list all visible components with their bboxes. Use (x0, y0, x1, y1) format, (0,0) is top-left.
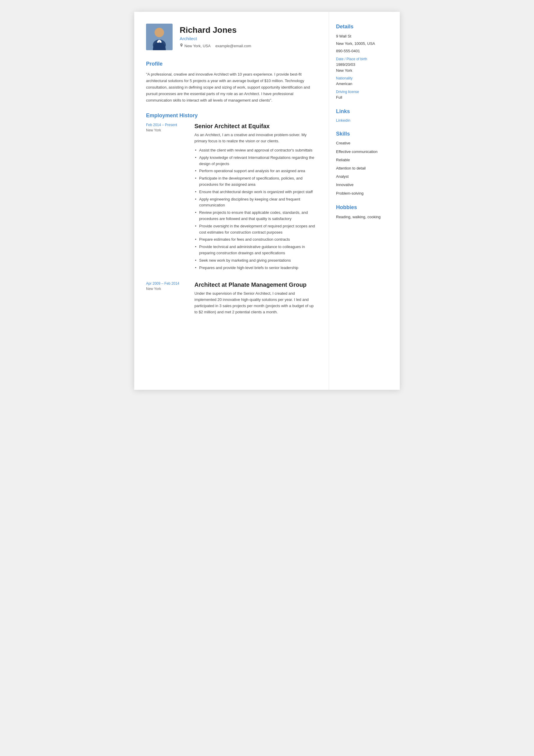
employment-section: Employment History Feb 2014 – Present Ne… (146, 113, 317, 318)
emp-bullets-1: Assist the client with review and approv… (194, 148, 317, 271)
dob-label: Date / Place of birth (336, 57, 393, 61)
main-column: Richard Jones Architect New York, USA ex… (134, 12, 329, 390)
bullet-item: Apply engineering disciplines by keeping… (194, 196, 317, 209)
hobbies-title: Hobbies (336, 204, 393, 210)
bullet-item: Prepares and provide high-level briefs t… (194, 265, 317, 271)
links-section: Links Linkedin (336, 108, 393, 122)
skill-attention-to-detail: Attention to detail (336, 166, 393, 171)
avatar (146, 24, 173, 50)
resume-document: Richard Jones Architect New York, USA ex… (134, 12, 400, 390)
candidate-title: Architect (180, 36, 251, 41)
links-title: Links (336, 108, 393, 115)
skill-innovative: Innovative (336, 182, 393, 188)
bullet-item: Apply knowledge of relevant Internationa… (194, 155, 317, 167)
address-line2: New York, 10005, USA (336, 41, 393, 47)
profile-section: Profile "A professional, creative and in… (146, 61, 317, 104)
hobbies-text: Reading, walking, cooking (336, 214, 393, 220)
bullet-item: Assist the client with review and approv… (194, 148, 317, 153)
skill-reliable: Reliable (336, 157, 393, 163)
skill-analyst: Analyst (336, 174, 393, 179)
bullet-item: Prepare estimates for fees and construct… (194, 236, 317, 243)
skill-creative: Creative (336, 141, 393, 146)
skills-title: Skills (336, 131, 393, 137)
profile-text: "A professional, creative and innovative… (146, 71, 317, 104)
emp-content-2: Architect at Planate Management Group Un… (194, 282, 317, 318)
bullet-item: Participate in the development of specif… (194, 176, 317, 188)
bullet-item: Ensure that architectural design work is… (194, 189, 317, 195)
skills-section: Skills Creative Effective communication … (336, 131, 393, 196)
bullet-item: Perform operational support and analysis… (194, 168, 317, 174)
emp-description-1: As an Architect, I am a creative and inn… (194, 132, 317, 145)
emp-location-1: New York (146, 128, 187, 132)
profile-title: Profile (146, 61, 317, 67)
email-text: example@email.com (216, 44, 251, 48)
employment-title: Employment History (146, 113, 317, 119)
license-label: Driving license (336, 90, 393, 94)
bullet-item: Review projects to ensure that applicabl… (194, 210, 317, 222)
bullet-item: Seek new work by marketing and giving pr… (194, 257, 317, 264)
emp-location-2: New York (146, 287, 187, 291)
emp-job-title-1: Senior Architect at Equifax (194, 123, 317, 130)
details-section: Details 9 Wall St New York, 10005, USA 8… (336, 24, 393, 100)
sidebar: Details 9 Wall St New York, 10005, USA 8… (329, 12, 400, 390)
header-section: Richard Jones Architect New York, USA ex… (146, 24, 317, 50)
location-text: New York, USA (184, 44, 211, 48)
license-value: Full (336, 94, 393, 100)
emp-description-2: Under the supervision of the Senior Arch… (194, 291, 317, 315)
emp-job-title-2: Architect at Planate Management Group (194, 282, 317, 288)
employment-item-1: Feb 2014 – Present New York Senior Archi… (146, 123, 317, 272)
details-title: Details (336, 24, 393, 30)
pin-icon (180, 43, 183, 48)
bullet-item: Provide oversight in the development of … (194, 223, 317, 236)
emp-content-1: Senior Architect at Equifax As an Archit… (194, 123, 317, 272)
skill-problem-solving: Problem-solving (336, 191, 393, 196)
linkedin-link[interactable]: Linkedin (336, 118, 393, 122)
employment-item-2: Apr 2009 – Feb 2014 New York Architect a… (146, 282, 317, 318)
nationality-label: Nationality (336, 76, 393, 80)
location-info: New York, USA (180, 43, 211, 48)
emp-date-col-2: Apr 2009 – Feb 2014 New York (146, 282, 187, 318)
nationality-value: American (336, 81, 393, 87)
phone-number: 890-555-0401 (336, 48, 393, 54)
header-info: Richard Jones Architect New York, USA ex… (180, 25, 251, 48)
svg-point-1 (155, 28, 164, 37)
hobbies-section: Hobbies Reading, walking, cooking (336, 204, 393, 220)
emp-date-2: Apr 2009 – Feb 2014 (146, 282, 187, 285)
contact-info: New York, USA example@email.com (180, 43, 251, 48)
dob-value: 1989/20/03 (336, 62, 393, 68)
address-line1: 9 Wall St (336, 33, 393, 40)
dob-place: New York (336, 68, 393, 73)
bullet-item: Provide technical and administrative gui… (194, 244, 317, 256)
candidate-name: Richard Jones (180, 25, 251, 35)
skill-effective-communication: Effective communication (336, 149, 393, 154)
emp-date-1: Feb 2014 – Present (146, 123, 187, 127)
emp-date-col-1: Feb 2014 – Present New York (146, 123, 187, 272)
